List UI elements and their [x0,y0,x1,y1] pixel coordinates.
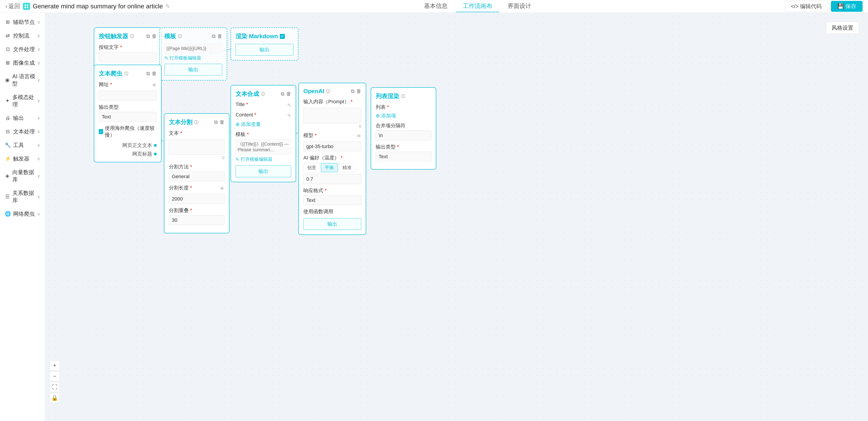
output-type-label: 输出类型 [99,104,119,110]
overseas-checkbox[interactable]: ✓ [99,129,103,134]
save-label: 保存 [845,3,856,10]
open-template-editor-btn[interactable]: ✎ 打开模板编辑器 [236,156,291,162]
output-type-field: 输出类型 Text [99,104,157,122]
sidebar-item-tools[interactable]: 🔧 工具 ∨ [0,139,45,152]
text-split-input[interactable] [169,139,224,155]
response-format-select[interactable]: Text [303,196,361,205]
tab-ui[interactable]: 界面设计 [500,0,538,12]
sidebar-item-relational-db[interactable]: ☰ 关系数据库 ∨ [0,186,45,207]
fit-screen-button[interactable]: ⛶ [50,382,60,392]
copy-icon[interactable]: ⧉ [146,33,150,39]
output-type-select[interactable]: Text [99,112,157,122]
sidebar-item-file-process[interactable]: ⊡ 文件处理 ∨ [0,42,45,56]
tools-icon: 🔧 [4,142,11,148]
markdown-checkbox[interactable]: ✓ [280,34,285,39]
edit-icon[interactable]: ✎ [287,113,291,118]
separator-label: 合并项分隔符 [376,123,405,128]
sidebar-item-image-gen[interactable]: ⊠ 图像生成 ∨ [0,56,45,70]
synthesis-output-btn[interactable]: 输出 [236,166,291,177]
sidebar-label-text-process: 文本处理 [13,128,35,135]
zoom-in-button[interactable]: + [50,360,60,370]
button-text-label: 按钮文字 [99,44,119,50]
sidebar-item-vector-db[interactable]: ◈ 向量数据库 ∨ [0,166,45,186]
markdown-node: 渲染 Markdown ✓ 输出 [230,27,298,61]
canvas[interactable]: 风格设置 按钮触发器 ⓘ ⧉ 🗑 按钮文字 * [45,13,868,421]
text-counter: 0 [169,155,224,160]
plus-icon: ⊕ [376,113,380,119]
text-label: 文本 [169,130,179,136]
style-settings-button[interactable]: 风格设置 [826,22,859,34]
list-output-type-select[interactable]: Text [376,152,431,161]
prompt-input[interactable] [303,108,361,123]
edit-icon[interactable]: ✎ [287,102,291,108]
split-overlap-field: 分割重叠 * [169,207,224,225]
zoom-out-button[interactable]: − [50,371,60,381]
copy-icon[interactable]: ⧉ [214,119,218,125]
open-template-editor-button[interactable]: ✎ 打开模板编辑器 [164,55,222,61]
sidebar-item-control-flow[interactable]: ⇄ 控制流 ∨ [0,29,45,42]
chevron-down-icon: ∨ [37,211,40,217]
function-call-field: 使用函数调用 [303,208,361,215]
tab-creative[interactable]: 创意 [303,163,320,172]
header-right: </> 编辑代码 💾 保存 [785,1,863,12]
prompt-field: 输入内容（Prompt） * 0 [303,98,361,129]
split-length-field: 分割长度 * 👁 [169,184,224,204]
split-method-select[interactable]: General [169,172,224,181]
sidebar-item-aux-node[interactable]: ⊞ 辅助节点 ∨ [0,16,45,29]
split-length-input[interactable] [169,194,224,204]
sidebar-item-output[interactable]: 🖨 输出 ∨ [0,111,45,125]
list-render-title: 列表渲染 [376,92,399,100]
separator-input[interactable] [376,130,431,141]
model-select[interactable]: gpt-35-turbo [303,142,361,151]
relational-db-icon: ☰ [4,193,10,200]
copy-icon[interactable]: ⧉ [146,71,150,77]
info-icon: ⓘ [401,94,405,99]
sidebar-item-trigger[interactable]: ⚡ 触发器 ∨ [0,152,45,166]
back-arrow-icon: ‹ [5,3,7,10]
copy-icon[interactable]: ⧉ [212,33,215,39]
svg-rect-3 [27,7,28,8]
back-button[interactable]: ‹ 返回 [5,2,20,10]
tab-precise[interactable]: 精准 [339,163,355,172]
eye-icon[interactable]: 👁 [357,133,361,139]
sidebar-item-web-crawler[interactable]: 🌐 网络爬虫 ∨ [0,207,45,221]
delete-icon[interactable]: 🗑 [356,88,361,94]
copy-icon[interactable]: ⧉ [351,88,354,94]
tab-basic[interactable]: 基本信息 [417,0,455,12]
chevron-down-icon: ∨ [37,77,40,83]
eye-icon[interactable]: 👁 [152,83,157,88]
info-icon: ⓘ [124,71,128,77]
button-trigger-title: 按钮触发器 [99,32,128,40]
delete-icon[interactable]: 🗑 [219,119,224,125]
sidebar-item-multimodal[interactable]: ✦ 多模态处理 ∨ [0,90,45,111]
save-icon: 💾 [837,3,844,9]
control-flow-icon: ⇄ [4,33,11,39]
tab-balanced[interactable]: 平衡 [321,163,338,172]
eye-icon[interactable]: 👁 [220,186,224,191]
prompt-label: 输入内容（Prompt） [303,99,349,104]
edit-title-icon[interactable]: ✎ [165,3,170,9]
split-overlap-input[interactable] [169,215,224,225]
copy-icon[interactable]: ⧉ [281,91,284,97]
markdown-output-btn[interactable]: 输出 [236,44,293,56]
edit-code-button[interactable]: </> 编辑代码 [785,1,827,12]
header-left: ‹ 返回 Generate mind map summary for onlin… [5,2,170,10]
save-button[interactable]: 💾 保存 [831,1,863,12]
delete-icon[interactable]: 🗑 [152,71,157,77]
add-item-button[interactable]: ⊕ 添加项 [376,112,431,119]
tab-workflow[interactable]: 工作流画布 [456,0,500,12]
delete-icon[interactable]: 🗑 [286,91,291,97]
openai-output-btn[interactable]: 输出 [303,218,361,230]
template-output-btn[interactable]: 输出 [164,64,222,76]
sidebar-item-text-process[interactable]: ⊟ 文本处理 ∨ [0,125,45,139]
button-text-input[interactable] [99,52,157,62]
page-title: Generate mind map summary for online art… [33,3,163,10]
add-variable-button[interactable]: ⊕ 添加变量 [236,121,291,128]
list-render-node: 列表渲染 ⓘ 列表 * ⊕ 添加项 合并项分隔符 输出类型 * [371,87,436,170]
sidebar-item-ai-model[interactable]: ◉ AI 语言模型 ∨ [0,70,45,90]
delete-icon[interactable]: 🗑 [217,33,222,39]
lock-button[interactable]: 🔒 [50,393,60,403]
delete-icon[interactable]: 🗑 [152,33,157,39]
url-input[interactable] [99,91,157,100]
temp-value-input[interactable] [303,174,361,184]
